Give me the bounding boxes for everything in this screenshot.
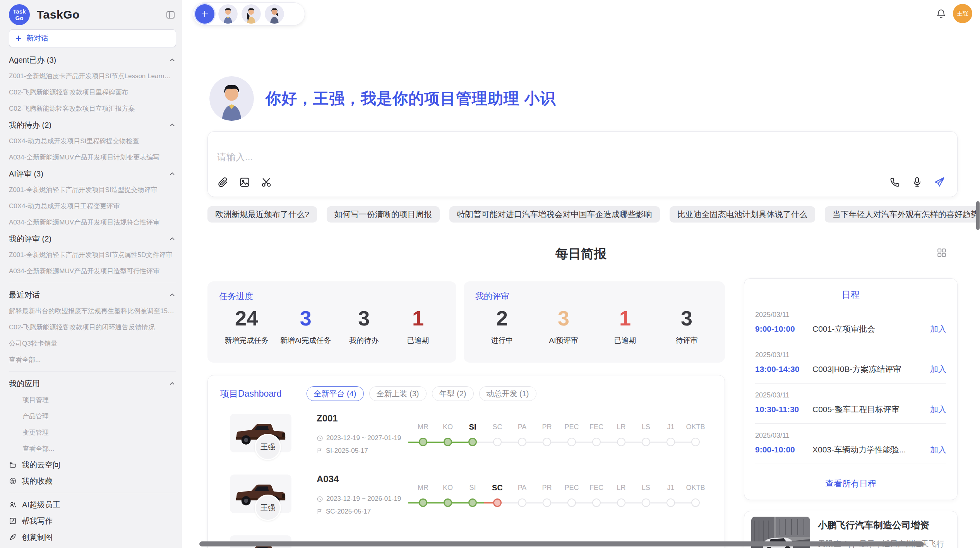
join-link[interactable]: 加入 <box>930 324 946 334</box>
my-apps-header[interactable]: 我的应用 <box>9 375 176 392</box>
milestone-dot[interactable] <box>468 498 477 507</box>
milestone-dot[interactable] <box>642 498 650 507</box>
section-header-0[interactable]: Agent已办 (3) <box>9 52 176 68</box>
chevron-up-icon[interactable] <box>168 121 176 129</box>
layout-grid-icon[interactable] <box>937 248 947 258</box>
user-avatar[interactable]: 王强 <box>953 4 972 23</box>
milestone-dot[interactable] <box>617 438 625 446</box>
my-apps-item[interactable]: 产品管理 <box>9 408 176 424</box>
avatar[interactable] <box>242 4 261 24</box>
milestone-dot[interactable] <box>567 438 576 446</box>
tab-pill[interactable]: 全新平台 (4) <box>307 386 364 401</box>
new-chat-button[interactable]: 新对话 <box>9 29 176 47</box>
milestone-dot[interactable] <box>419 498 427 507</box>
paperclip-icon[interactable] <box>217 176 229 188</box>
stat-新增AI完成任务: 3新增AI完成任务 <box>280 308 331 346</box>
milestone-connector <box>526 442 543 443</box>
milestone-dot[interactable] <box>666 438 675 446</box>
sidebar-tool-1[interactable]: 帮我写作 <box>9 513 176 529</box>
tab-pill[interactable]: 年型 (2) <box>432 386 474 401</box>
schedule-item[interactable]: 2025/03/1113:00-14:30C003|H0B-方案冻结评审加入 <box>755 343 946 384</box>
tab-pill[interactable]: 动总开发 (1) <box>479 386 536 401</box>
send-icon[interactable] <box>934 176 946 188</box>
vertical-scrollbar[interactable] <box>976 201 980 230</box>
sidebar-link-1[interactable]: 我的收藏 <box>9 473 176 489</box>
horizontal-scrollbar[interactable] <box>199 541 924 546</box>
milestone-dot[interactable] <box>518 498 526 507</box>
suggestion-chip[interactable]: 特朗普可能对进口汽车增税会对中国车企造成哪些影响 <box>449 206 660 223</box>
section-item[interactable]: C0X4-动力总成开发项目工程变更评审 <box>9 198 176 214</box>
chevron-up-icon[interactable] <box>168 235 176 243</box>
section-item[interactable]: A034-全新新能源MUV产品开发项目计划变更表编写 <box>9 149 176 166</box>
milestone-dot[interactable] <box>592 438 601 446</box>
chevron-up-icon[interactable] <box>168 56 176 64</box>
sidebar-tool-0[interactable]: AI超级员工 <box>9 497 176 513</box>
recent-item[interactable]: 查看全部... <box>9 352 176 368</box>
milestone-dot[interactable] <box>493 438 502 446</box>
recent-item[interactable]: C02-飞腾新能源轻客改款项目的闭环通告反馈情况 <box>9 319 176 336</box>
section-item[interactable]: Z001-全新燃油轻卡产品开发项目SI节点属性5D文件评审 <box>9 247 176 263</box>
section-item[interactable]: Z001-全新燃油轻卡产品开发项目SI造型提交物评审 <box>9 182 176 198</box>
section-item[interactable]: C02-飞腾新能源轻客改款项目里程碑画布 <box>9 84 176 101</box>
join-link[interactable]: 加入 <box>930 404 946 415</box>
notification-bell-icon[interactable] <box>936 9 946 19</box>
milestone-dot[interactable] <box>617 498 625 507</box>
suggestion-chip[interactable]: 欧洲新规最近颁布了什么? <box>207 206 317 223</box>
recent-item[interactable]: 解释最新出台的欧盟报废车法规再生塑料比例被调至15%... <box>9 303 176 319</box>
milestone-dot[interactable] <box>543 498 551 507</box>
milestone-dot[interactable] <box>419 438 427 446</box>
milestone-dot[interactable] <box>691 438 700 446</box>
section-item[interactable]: A034-全新新能源MUV产品开发项目造型可行性评审 <box>9 263 176 279</box>
section-header-1[interactable]: 我的待办 (2) <box>9 117 176 133</box>
schedule-item[interactable]: 2025/03/119:00-10:00C001-立项审批会加入 <box>755 303 946 343</box>
milestone-dot[interactable] <box>444 498 452 507</box>
section-item[interactable]: C02-飞腾新能源轻客改款项目立项汇报方案 <box>9 101 176 117</box>
tab-pill[interactable]: 全新上装 (3) <box>369 386 427 401</box>
schedule-item[interactable]: 2025/03/119:00-10:00X003-车辆动力学性能验...加入 <box>755 424 946 464</box>
milestone-dot[interactable] <box>592 498 601 507</box>
phone-icon[interactable] <box>889 176 901 188</box>
chat-input[interactable] <box>217 152 682 163</box>
milestone-dot[interactable] <box>691 498 700 507</box>
join-link[interactable]: 加入 <box>930 364 946 375</box>
milestone-dot[interactable] <box>666 498 675 507</box>
milestone-dot[interactable] <box>444 438 452 446</box>
milestone-label: PR <box>542 483 552 493</box>
section-item[interactable]: Z001-全新燃油皮卡产品开发项目SI节点Lesson Learn报告 <box>9 68 176 84</box>
recent-item[interactable]: 公司Q3轻卡销量 <box>9 336 176 352</box>
chevron-up-icon[interactable] <box>168 380 176 387</box>
milestone-dot[interactable] <box>468 438 477 446</box>
milestone-dot[interactable] <box>567 498 576 507</box>
my-apps-item[interactable]: 变更管理 <box>9 424 176 440</box>
view-all-schedule[interactable]: 查看所有日程 <box>744 478 957 490</box>
join-link[interactable]: 加入 <box>930 444 946 455</box>
sidebar-collapse-icon[interactable] <box>166 10 175 20</box>
avatar[interactable] <box>218 4 238 24</box>
milestone-dot[interactable] <box>518 438 526 446</box>
recent-header[interactable]: 最近对话 <box>9 287 176 303</box>
image-icon[interactable] <box>239 176 250 188</box>
microphone-icon[interactable] <box>911 176 923 188</box>
schedule-item[interactable]: 2025/03/1110:30-11:30C005-整车工程目标评审加入 <box>755 384 946 424</box>
section-header-3[interactable]: 我的评审 (2) <box>9 231 176 247</box>
chevron-up-icon[interactable] <box>168 291 176 299</box>
milestone-connector <box>408 442 419 443</box>
milestone-dot[interactable] <box>543 438 551 446</box>
section-item[interactable]: A034-全新新能源MUV产品开发项目法规符合性评审 <box>9 214 176 231</box>
section-item[interactable]: C0X4-动力总成开发项目SI里程碑提交物检查 <box>9 133 176 149</box>
sidebar-tool-2[interactable]: 创意制图 <box>9 529 176 545</box>
suggestion-chip[interactable]: 比亚迪全固态电池计划具体说了什么 <box>670 206 815 223</box>
my-apps-item[interactable]: 查看全部... <box>9 440 176 457</box>
section-header-2[interactable]: AI评审 (3) <box>9 166 176 182</box>
schedule-item-title: C003|H0B-方案冻结评审 <box>812 364 930 375</box>
suggestion-chip[interactable]: 如何写一份清晰的项目周报 <box>327 206 440 223</box>
my-apps-item[interactable]: 项目管理 <box>9 392 176 408</box>
add-agent-button[interactable] <box>195 4 214 24</box>
scissors-icon[interactable] <box>260 176 272 188</box>
sidebar-link-0[interactable]: 我的云空间 <box>9 457 176 473</box>
chevron-up-icon[interactable] <box>168 170 176 178</box>
avatar[interactable] <box>265 4 284 24</box>
milestone-dot[interactable] <box>493 498 502 507</box>
suggestion-chip[interactable]: 当下年轻人对汽车外观有怎样的喜好趋势 <box>825 206 980 223</box>
milestone-dot[interactable] <box>642 438 650 446</box>
